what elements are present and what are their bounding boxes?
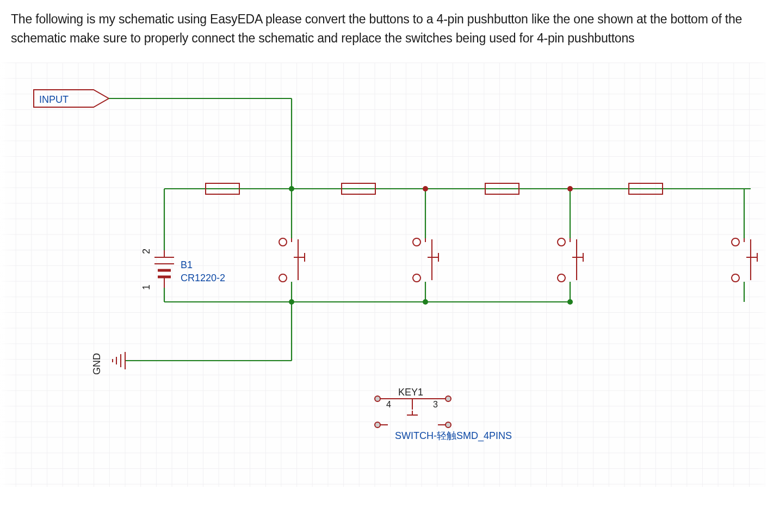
svg-point-25 xyxy=(279,274,287,282)
svg-point-56 xyxy=(567,299,573,305)
svg-point-62 xyxy=(375,396,380,401)
svg-point-33 xyxy=(413,274,420,282)
svg-point-51 xyxy=(289,186,294,191)
battery-ref: B1 xyxy=(181,259,193,270)
gnd-symbol: GND xyxy=(91,352,292,375)
schematic-canvas: INPUT 2 1 B1 CR1220-2 xyxy=(0,63,767,487)
svg-point-55 xyxy=(423,299,428,305)
svg-point-28 xyxy=(413,238,420,246)
switch-1 xyxy=(279,189,305,302)
sample-key1-model: SWITCH-轻触SMD_4PINS xyxy=(395,430,512,442)
gnd-label: GND xyxy=(91,353,102,375)
svg-point-53 xyxy=(567,186,573,191)
sample-key1-ref: KEY1 xyxy=(398,387,423,398)
svg-point-36 xyxy=(558,238,565,246)
sample-key1-pin3: 3 xyxy=(433,400,438,409)
svg-point-44 xyxy=(732,238,739,246)
battery-pin2-label: 2 xyxy=(141,249,152,254)
svg-point-65 xyxy=(446,422,451,428)
schematic-svg: INPUT 2 1 B1 CR1220-2 xyxy=(0,63,767,487)
input-port-label: INPUT xyxy=(39,94,69,105)
svg-point-41 xyxy=(558,274,565,282)
svg-point-54 xyxy=(289,299,294,305)
switch-2 xyxy=(413,189,438,302)
svg-point-64 xyxy=(375,422,380,428)
svg-point-52 xyxy=(423,186,428,191)
svg-point-20 xyxy=(279,238,287,246)
input-port: INPUT xyxy=(34,90,292,107)
sample-key1-pin4: 4 xyxy=(386,400,391,409)
battery-pin1-label: 1 xyxy=(141,284,152,290)
svg-point-63 xyxy=(446,396,451,401)
switch-3 xyxy=(558,189,583,302)
battery-value: CR1220-2 xyxy=(181,273,225,283)
question-text: The following is my schematic using Easy… xyxy=(0,0,767,52)
sample-key1: KEY1 4 3 2 1 SWITCH-轻触SMD_4PINS xyxy=(375,387,512,442)
svg-point-49 xyxy=(732,274,739,282)
battery-b1: 2 1 B1 CR1220-2 xyxy=(141,249,225,290)
switch-4 xyxy=(732,189,757,302)
